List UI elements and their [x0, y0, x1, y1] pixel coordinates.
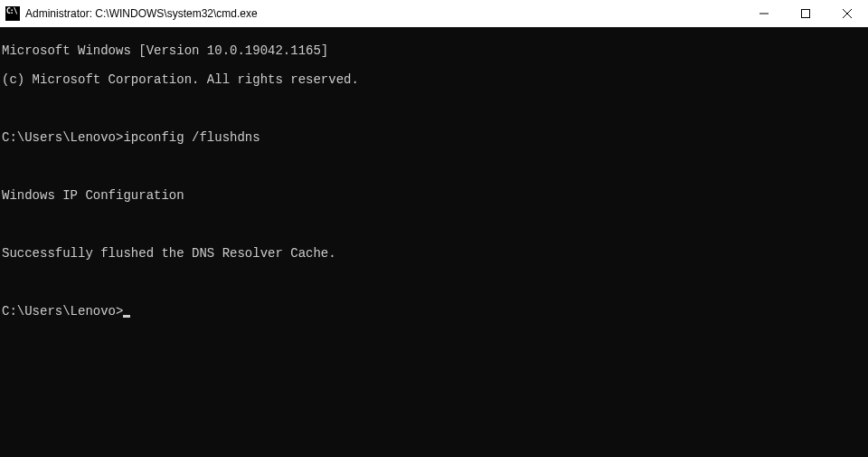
console-blank [2, 159, 868, 174]
titlebar-left: C:\ Administrator: C:\WINDOWS\system32\c… [5, 6, 258, 21]
cmd-icon: C:\ [5, 6, 20, 21]
window-title: Administrator: C:\WINDOWS\system32\cmd.e… [25, 7, 258, 20]
console-blank [2, 275, 868, 290]
cmd-icon-text: C:\ [6, 7, 16, 15]
console-blank [2, 101, 868, 116]
command-text: ipconfig /flushdns [123, 130, 259, 145]
console-result: Successfully flushed the DNS Resolver Ca… [2, 246, 868, 261]
maximize-button[interactable] [785, 0, 826, 27]
titlebar[interactable]: C:\ Administrator: C:\WINDOWS\system32\c… [0, 0, 868, 27]
svg-rect-1 [802, 10, 810, 18]
prompt-text: C:\Users\Lenovo> [2, 130, 123, 145]
console-prompt-line: C:\Users\Lenovo>ipconfig /flushdns [2, 130, 868, 145]
maximize-icon [801, 9, 810, 18]
minimize-icon [760, 9, 769, 18]
close-icon [843, 9, 852, 18]
cursor [123, 315, 130, 318]
minimize-button[interactable] [743, 0, 785, 27]
console-area[interactable]: Microsoft Windows [Version 10.0.19042.11… [0, 27, 868, 457]
console-heading: Windows IP Configuration [2, 188, 868, 203]
console-line: (c) Microsoft Corporation. All rights re… [2, 72, 868, 87]
console-blank [2, 217, 868, 232]
console-prompt-line: C:\Users\Lenovo> [2, 304, 868, 319]
prompt-text: C:\Users\Lenovo> [2, 304, 123, 319]
console-line: Microsoft Windows [Version 10.0.19042.11… [2, 43, 868, 58]
close-button[interactable] [826, 0, 868, 27]
window-controls [743, 0, 868, 27]
